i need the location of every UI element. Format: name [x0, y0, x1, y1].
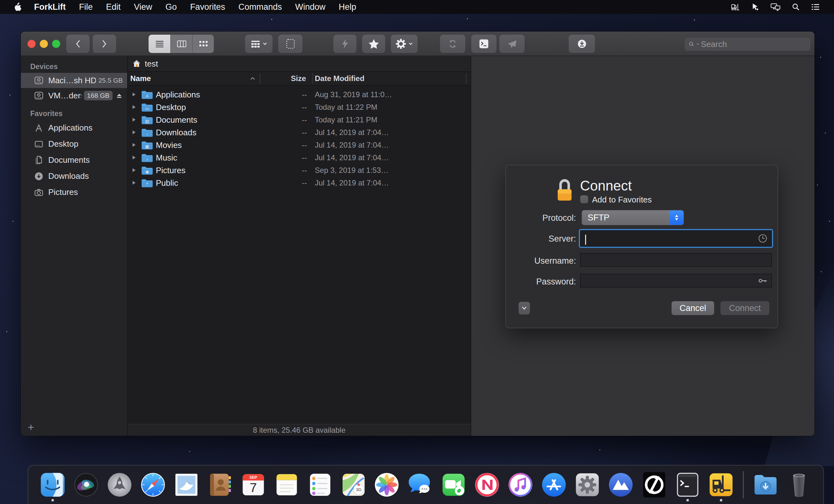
username-field[interactable]	[580, 253, 772, 267]
dock-calendar-icon[interactable]: SEP7	[240, 467, 267, 502]
dock-downloads-folder-icon[interactable]	[752, 467, 779, 502]
dock-notes-icon[interactable]	[273, 467, 300, 502]
displays-icon[interactable]	[770, 2, 781, 12]
cancel-button[interactable]: Cancel	[672, 301, 714, 315]
history-clock-icon[interactable]	[758, 234, 767, 243]
spotlight-icon[interactable]	[792, 3, 800, 11]
file-row-music[interactable]: ♪Music--Jul 14, 2019 at 7:04…	[128, 151, 470, 164]
sync-button[interactable]	[440, 35, 465, 53]
select-button[interactable]	[278, 35, 303, 53]
menu-edit[interactable]: Edit	[106, 2, 121, 12]
file-row-desktop[interactable]: ▭Desktop--Today at 11:22 PM	[128, 101, 470, 113]
menu-view[interactable]: View	[134, 2, 152, 12]
dock-siri-icon[interactable]	[72, 467, 100, 502]
sidebar-item-applications[interactable]: Applications	[21, 120, 127, 136]
sidebar-item-documents[interactable]: Documents	[21, 152, 127, 168]
file-row-downloads[interactable]: ↓Downloads--Jul 14, 2019 at 7:04…	[128, 126, 470, 139]
forward-button[interactable]	[93, 35, 116, 53]
quick-actions-button[interactable]	[333, 35, 356, 53]
back-button[interactable]	[66, 35, 90, 53]
column-header-name[interactable]: Name	[130, 74, 151, 83]
search-input[interactable]	[701, 39, 807, 49]
sidebar-item-vm-ders[interactable]: VM…ders168 GB	[21, 88, 127, 103]
add-to-favorites-checkbox[interactable]	[580, 195, 588, 203]
connect-button[interactable]: Connect	[721, 301, 769, 315]
disclosure-triangle-icon[interactable]	[132, 180, 136, 187]
advanced-disclosure-button[interactable]	[519, 302, 530, 314]
dock-contacts-icon[interactable]	[206, 467, 234, 502]
username-input[interactable]	[581, 254, 771, 266]
dock-mail-icon[interactable]	[173, 467, 200, 502]
dock-messages-icon[interactable]	[407, 467, 434, 502]
server-field[interactable]	[580, 230, 772, 247]
dock-terminal-icon[interactable]	[674, 467, 701, 502]
file-row-documents[interactable]: ▤Documents--Today at 11:21 PM	[128, 113, 470, 126]
disclosure-triangle-icon[interactable]	[132, 155, 136, 161]
menu-help[interactable]: Help	[339, 2, 356, 12]
dock-blue-mountains-app-icon[interactable]	[607, 467, 634, 502]
eject-icon[interactable]	[116, 92, 123, 99]
forklift-status-icon[interactable]	[730, 2, 740, 12]
sidebar-item-desktop[interactable]: Desktop	[21, 136, 127, 152]
column-header-size[interactable]: Size	[260, 74, 306, 83]
dock-safari-icon[interactable]	[139, 467, 167, 502]
dock-news-icon[interactable]	[474, 467, 501, 502]
column-view-button[interactable]	[170, 35, 192, 53]
path-location-label[interactable]: test	[145, 59, 158, 69]
protocol-popup[interactable]: SFTP	[581, 210, 684, 225]
zoom-button[interactable]	[52, 40, 60, 48]
download-button[interactable]	[569, 35, 595, 53]
dock-maps-icon[interactable]: 3D	[340, 467, 367, 502]
dock-app-store-icon[interactable]	[540, 467, 568, 502]
password-field[interactable]	[580, 274, 772, 288]
sidebar-add-button[interactable]: +	[28, 421, 34, 433]
dock-photos-icon[interactable]	[373, 467, 400, 502]
server-input[interactable]	[581, 231, 771, 246]
file-row-applications[interactable]: AApplications--Aug 31, 2019 at 11:0…	[128, 88, 470, 101]
sidebar-item-maci-sh-hd[interactable]: Maci…sh HD25.5 GB	[21, 73, 127, 88]
arrange-button[interactable]	[245, 35, 272, 53]
disclosure-triangle-icon[interactable]	[132, 130, 136, 136]
column-divider[interactable]	[466, 73, 466, 84]
menu-favorites[interactable]: Favorites	[190, 2, 225, 12]
file-row-public[interactable]: ⇡Public--Jul 14, 2019 at 7:04…	[128, 177, 470, 189]
icon-view-button[interactable]	[192, 35, 214, 53]
dock-slash-z-app-icon[interactable]	[641, 467, 668, 502]
dock-trash-icon[interactable]	[785, 467, 813, 502]
disclosure-triangle-icon[interactable]	[132, 168, 136, 174]
sidebar-item-downloads[interactable]: Downloads	[21, 168, 127, 184]
menu-file[interactable]: File	[79, 2, 93, 12]
search-field[interactable]	[684, 37, 811, 51]
dock-system-preferences-icon[interactable]	[574, 467, 601, 502]
favorites-button[interactable]	[362, 35, 385, 53]
add-to-favorites-label[interactable]: Add to Favorites	[592, 195, 652, 205]
disclosure-triangle-icon[interactable]	[132, 92, 136, 98]
terminal-button[interactable]	[471, 35, 497, 53]
disclosure-triangle-icon[interactable]	[132, 117, 136, 123]
password-input[interactable]	[581, 275, 771, 287]
menu-go[interactable]: Go	[166, 2, 177, 12]
screen-control-icon[interactable]	[751, 2, 760, 12]
dock-reminders-icon[interactable]	[307, 467, 334, 502]
dock-itunes-icon[interactable]	[507, 467, 534, 502]
apple-menu-icon[interactable]	[13, 2, 22, 12]
list-view-button[interactable]	[149, 35, 170, 53]
minimize-button[interactable]	[40, 40, 48, 48]
sidebar-item-pictures[interactable]: Pictures	[21, 184, 127, 200]
dock-finder-icon[interactable]	[39, 467, 66, 502]
app-menu-forklift[interactable]: ForkLift	[34, 2, 66, 12]
menu-window[interactable]: Window	[295, 2, 326, 12]
dock-forklift-icon[interactable]	[707, 467, 734, 502]
disclosure-triangle-icon[interactable]	[132, 105, 136, 111]
close-button[interactable]	[27, 40, 36, 48]
column-divider[interactable]	[312, 73, 313, 84]
transfer-button[interactable]	[499, 35, 525, 53]
path-bar[interactable]: test	[128, 56, 470, 72]
file-row-movies[interactable]: ▦Movies--Jul 14, 2019 at 7:04…	[128, 139, 470, 151]
disclosure-triangle-icon[interactable]	[132, 143, 136, 149]
list-icon[interactable]	[811, 3, 820, 11]
file-row-pictures[interactable]: ◉Pictures--Sep 3, 2019 at 1:53…	[128, 164, 470, 177]
column-header-date[interactable]: Date Modified	[315, 74, 364, 83]
menu-commands[interactable]: Commands	[239, 2, 282, 12]
dock-facetime-icon[interactable]	[440, 467, 467, 502]
